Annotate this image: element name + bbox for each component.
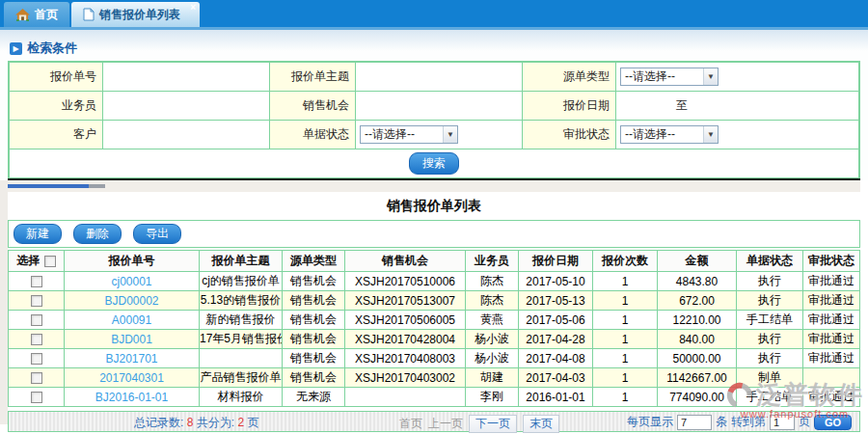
collapse-arrow-icon: ▶ (10, 42, 22, 55)
page-title: 销售报价单列表 (8, 192, 860, 220)
chevron-down-icon: ▼ (703, 68, 718, 85)
opportunity-input[interactable] (360, 96, 518, 116)
prev-page-link[interactable]: 上一页 (428, 416, 463, 432)
per-page-label: 每页显示 (627, 414, 673, 430)
page-count: 2 (237, 416, 244, 429)
row-checkbox[interactable] (31, 353, 42, 365)
table-cell: 2017-05-10 (519, 272, 593, 291)
total-count: 8 (187, 416, 194, 429)
quote-no-link[interactable]: BJ201701 (65, 349, 200, 368)
date-separator: 至 (676, 97, 688, 114)
document-icon (83, 8, 95, 21)
doc-status-select[interactable]: --请选择-- ▼ (360, 125, 458, 144)
table-cell: 手工结单 (737, 311, 803, 330)
go-button[interactable]: GO (814, 415, 852, 430)
first-page-link[interactable]: 首页 (399, 416, 422, 432)
quote-no-link[interactable]: 2017040301 (65, 368, 200, 388)
approval-status-select[interactable]: --请选择-- ▼ (620, 125, 719, 144)
column-header: 报价次数 (593, 251, 658, 272)
row-checkbox[interactable] (31, 392, 42, 403)
chevron-down-icon: ▼ (443, 126, 457, 143)
tab-bar: 首页 销售报价单列表 × (0, 0, 868, 27)
table-cell: 17年5月销售报价单 (200, 330, 283, 349)
scrollbar-thumb[interactable] (8, 184, 89, 188)
table-cell: 1 (593, 388, 658, 407)
table-row: BJ2016-01-01材料报价无来源李刚2016-01-011774090.0… (9, 388, 860, 407)
table-cell: 774090.00 (658, 388, 737, 407)
column-header: 单据状态 (737, 251, 803, 272)
row-checkbox[interactable] (31, 314, 42, 326)
table-cell: 陈杰 (466, 291, 519, 311)
table-cell: 产品销售报价单 (200, 368, 283, 388)
quote-date-range[interactable]: 至 (620, 97, 854, 114)
select-all-checkbox[interactable] (44, 256, 56, 267)
tab-sales-quote-list[interactable]: 销售报价单列表 × (71, 2, 200, 27)
table-cell: 2016-01-01 (519, 388, 593, 407)
table-cell: 2017-05-06 (519, 311, 593, 330)
salesperson-input[interactable] (107, 96, 265, 116)
row-checkbox[interactable] (31, 276, 42, 287)
list-section: 销售报价单列表 新建删除导出 选择报价单号报价单主题源单类型销售机会业务员报价日… (0, 180, 868, 432)
quote-no-link[interactable]: BJ2016-01-01 (65, 388, 200, 407)
table-cell: 审批通过 (803, 388, 860, 407)
table-cell: 1 (593, 349, 658, 368)
search-header[interactable]: ▶ 检索条件 (8, 30, 860, 61)
table-cell: 5.13的销售报价 (200, 291, 283, 311)
column-header: 报价单号 (65, 251, 200, 272)
table-cell: 50000.00 (658, 349, 737, 368)
table-cell: XSJH20170513007 (345, 291, 466, 311)
table-cell: 新的销售报价 (200, 311, 283, 330)
table-cell: XSJH20170510006 (345, 272, 466, 291)
source-type-label: 源单类型 (523, 63, 616, 92)
column-header: 源单类型 (283, 251, 345, 272)
table-cell (345, 388, 466, 407)
subject-input[interactable] (360, 68, 518, 87)
goto-label: 转到第 (731, 414, 766, 430)
page-size-controls: 每页显示 条 转到第 页 GO (627, 414, 852, 430)
row-checkbox[interactable] (31, 295, 42, 307)
table-cell: 1 (593, 311, 658, 330)
quote-no-label: 报价单号 (10, 63, 103, 92)
table-cell: 2017-04-08 (519, 349, 593, 368)
row-checkbox[interactable] (31, 372, 42, 384)
goto-page-input[interactable] (770, 415, 795, 430)
table-cell: XSJH20170403002 (345, 368, 466, 388)
table-cell: 2017-04-03 (519, 368, 593, 388)
close-icon[interactable]: × (190, 3, 196, 13)
table-cell: 黄燕 (466, 311, 519, 330)
quote-no-link[interactable]: A00091 (65, 311, 200, 330)
table-cell: 杨小波 (466, 330, 519, 349)
doc-status-label: 单据状态 (270, 121, 356, 149)
quote-no-input[interactable] (107, 68, 265, 87)
quote-no-link[interactable]: cj00001 (65, 272, 200, 291)
column-header: 报价日期 (519, 251, 593, 272)
horizontal-scrollbar[interactable] (8, 180, 860, 192)
pagination-bar: 总记录数: 8 共分为: 2 页 首页 上一页 下一页 末页 每页显示 条 转到… (8, 411, 860, 432)
table-cell: 手工结单 (737, 388, 803, 407)
table-cell: 840.00 (658, 330, 737, 349)
quote-date-label: 报价日期 (523, 92, 616, 121)
table-row: BJD00117年5月销售报价单销售机会XSJH20170428004杨小波20… (9, 330, 860, 349)
quotes-table: 选择报价单号报价单主题源单类型销售机会业务员报价日期报价次数金额单据状态审批状态… (8, 250, 860, 407)
tab-home[interactable]: 首页 (4, 2, 69, 27)
search-button[interactable]: 搜索 (409, 152, 459, 175)
table-row: cj00001cj的销售报价单销售机会XSJH20170510006陈杰2017… (9, 272, 860, 291)
row-checkbox[interactable] (31, 334, 42, 345)
salesperson-label: 业务员 (10, 92, 103, 121)
customer-input[interactable] (107, 125, 265, 145)
new-button[interactable]: 新建 (14, 224, 62, 244)
export-button[interactable]: 导出 (133, 224, 181, 244)
table-cell: 杨小波 (466, 349, 519, 368)
quote-no-link[interactable]: BJD001 (65, 330, 200, 349)
subject-label: 报价单主题 (270, 63, 356, 92)
per-page-input[interactable] (677, 415, 712, 430)
source-type-select[interactable]: --请选择-- ▼ (620, 68, 719, 86)
home-icon (15, 9, 30, 21)
next-page-button[interactable]: 下一页 (469, 415, 517, 433)
search-form-panel: 报价单号 报价单主题 源单类型 --请选择-- ▼ 业务员 销售机 (8, 61, 860, 178)
last-page-button[interactable]: 末页 (523, 415, 559, 433)
table-cell: XSJH20170428004 (345, 330, 466, 349)
quote-no-link[interactable]: BJD00002 (65, 291, 200, 311)
table-cell: 审批通过 (803, 311, 860, 330)
delete-button[interactable]: 删除 (73, 224, 122, 244)
